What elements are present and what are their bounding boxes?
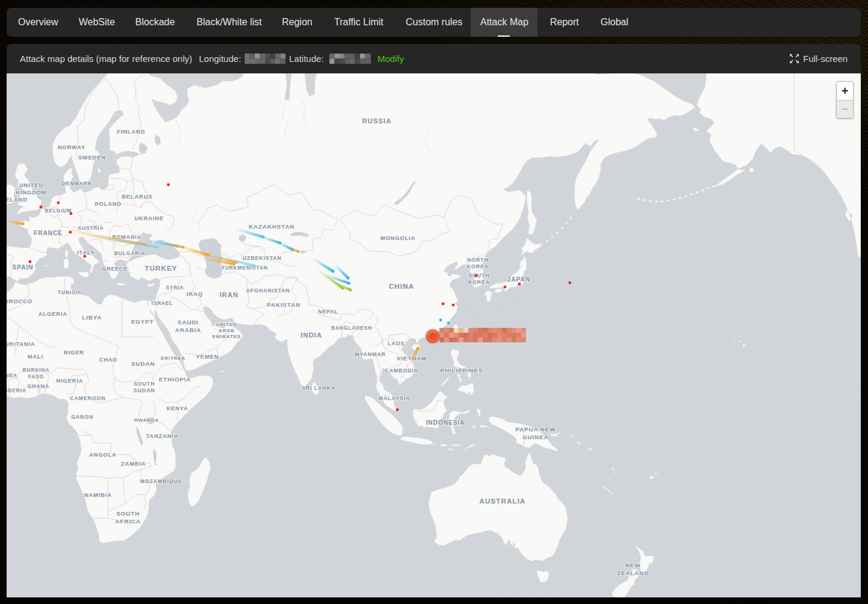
svg-text:GUINEA: GUINEA	[522, 434, 549, 440]
svg-text:ARAB: ARAB	[219, 328, 234, 333]
svg-text:YEMEN: YEMEN	[196, 354, 219, 360]
svg-text:BELGIUM: BELGIUM	[45, 208, 72, 214]
svg-text:MOROCCO: MOROCCO	[7, 298, 32, 304]
svg-text:KINGDOM: KINGDOM	[16, 190, 46, 196]
svg-text:RWANDA: RWANDA	[135, 418, 159, 423]
svg-text:SAUDI: SAUDI	[178, 319, 199, 325]
svg-text:KAZAKHSTAN: KAZAKHSTAN	[249, 223, 295, 230]
svg-text:NEW: NEW	[625, 562, 641, 569]
svg-text:FRANCE: FRANCE	[34, 230, 63, 236]
svg-text:KOREA: KOREA	[468, 279, 490, 285]
svg-text:DENMARK: DENMARK	[61, 180, 92, 186]
svg-text:LIBERIA: LIBERIA	[7, 387, 26, 393]
svg-text:IRAQ: IRAQ	[187, 291, 203, 297]
svg-text:NAMIBIA: NAMIBIA	[84, 492, 112, 498]
svg-text:CAMEROON: CAMEROON	[70, 395, 106, 401]
svg-text:MOZAMBIQUE: MOZAMBIQUE	[140, 478, 182, 484]
svg-text:PHILIPPINES: PHILIPPINES	[441, 367, 483, 374]
svg-text:SUDAN: SUDAN	[133, 387, 155, 393]
svg-text:TANZANIA: TANZANIA	[146, 433, 179, 439]
svg-text:MYANMAR: MYANMAR	[355, 351, 385, 357]
svg-text:AUSTRALIA: AUSTRALIA	[480, 497, 526, 505]
svg-text:NIGER: NIGER	[64, 350, 84, 356]
svg-text:CHINA: CHINA	[389, 282, 414, 290]
svg-text:PAPUA NEW: PAPUA NEW	[516, 426, 556, 433]
svg-text:BELARUS: BELARUS	[121, 194, 152, 200]
svg-text:ALGERIA: ALGERIA	[38, 311, 67, 317]
svg-text:EGYPT: EGYPT	[131, 318, 154, 325]
svg-text:UNITED: UNITED	[19, 182, 43, 188]
svg-text:INDIA: INDIA	[301, 331, 322, 339]
svg-text:KOREA: KOREA	[467, 263, 489, 270]
svg-text:SOUTH: SOUTH	[133, 381, 154, 387]
svg-text:POLAND: POLAND	[95, 201, 122, 207]
svg-text:ANGOLA: ANGOLA	[89, 452, 117, 458]
svg-text:GHANA: GHANA	[28, 383, 50, 389]
svg-text:SWEDEN: SWEDEN	[78, 155, 106, 161]
svg-text:SUDAN: SUDAN	[131, 360, 154, 367]
svg-text:AFRICA: AFRICA	[115, 518, 141, 525]
svg-text:MAURITANIA: MAURITANIA	[7, 341, 35, 347]
svg-text:MONGOLIA: MONGOLIA	[381, 235, 415, 241]
svg-text:ITALY: ITALY	[77, 250, 95, 256]
svg-text:UKRAINE: UKRAINE	[135, 215, 164, 221]
svg-text:UNITED: UNITED	[216, 322, 237, 327]
svg-text:IRELAND: IRELAND	[7, 197, 28, 203]
svg-text:ZEALAND: ZEALAND	[617, 570, 649, 576]
svg-text:SPAIN: SPAIN	[13, 264, 34, 271]
svg-text:LIBYA: LIBYA	[82, 314, 102, 321]
svg-text:FASO: FASO	[28, 374, 44, 380]
svg-text:INDONESIA: INDONESIA	[426, 419, 465, 426]
svg-text:EMIRATES: EMIRATES	[212, 334, 240, 339]
svg-text:SOUTH: SOUTH	[468, 273, 489, 279]
svg-text:AFGHANISTAN: AFGHANISTAN	[246, 288, 290, 294]
svg-text:JAPAN: JAPAN	[507, 276, 530, 283]
svg-text:ETHIOPIA: ETHIOPIA	[159, 376, 191, 383]
svg-text:SYRIA: SYRIA	[166, 285, 184, 291]
svg-text:PAKISTAN: PAKISTAN	[267, 301, 301, 308]
svg-text:NIGERIA: NIGERIA	[56, 378, 83, 384]
svg-text:AUSTRIA: AUSTRIA	[78, 225, 104, 231]
svg-text:SRI LANKA: SRI LANKA	[302, 385, 335, 391]
svg-text:ARABIA: ARABIA	[175, 327, 201, 333]
svg-text:IRAN: IRAN	[219, 291, 239, 298]
svg-text:SOUTH: SOUTH	[117, 510, 140, 517]
svg-text:NEPAL: NEPAL	[318, 309, 338, 315]
svg-text:GUINEA: GUINEA	[7, 372, 17, 378]
svg-text:MALAYSIA: MALAYSIA	[379, 395, 410, 401]
svg-text:MALI: MALI	[28, 354, 43, 360]
svg-text:BURKINA: BURKINA	[23, 367, 50, 373]
svg-text:CAMBODIA: CAMBODIA	[385, 368, 418, 374]
svg-text:KENYA: KENYA	[167, 405, 188, 411]
svg-text:BULGARIA: BULGARIA	[114, 250, 145, 256]
svg-text:ZAMBIA: ZAMBIA	[121, 461, 146, 467]
svg-text:LAOS: LAOS	[388, 341, 405, 347]
svg-text:TURKEY: TURKEY	[145, 264, 177, 272]
svg-text:UZBEKISTAN: UZBEKISTAN	[242, 255, 281, 261]
svg-text:TURKMENISTAN: TURKMENISTAN	[221, 265, 267, 271]
svg-text:NORTH: NORTH	[467, 257, 489, 263]
svg-text:FINLAND: FINLAND	[117, 129, 145, 135]
svg-text:ERITREA: ERITREA	[161, 356, 186, 361]
svg-text:ISRAEL: ISRAEL	[151, 300, 173, 306]
svg-text:GREECE: GREECE	[102, 266, 128, 272]
svg-text:NORWAY: NORWAY	[58, 144, 85, 150]
svg-text:GABON: GABON	[71, 414, 93, 420]
svg-text:CHAD: CHAD	[99, 357, 117, 363]
svg-text:RUSSIA: RUSSIA	[362, 117, 392, 125]
svg-text:TUNISIA: TUNISIA	[58, 289, 82, 295]
svg-text:BANGLADESH: BANGLADESH	[331, 325, 372, 331]
